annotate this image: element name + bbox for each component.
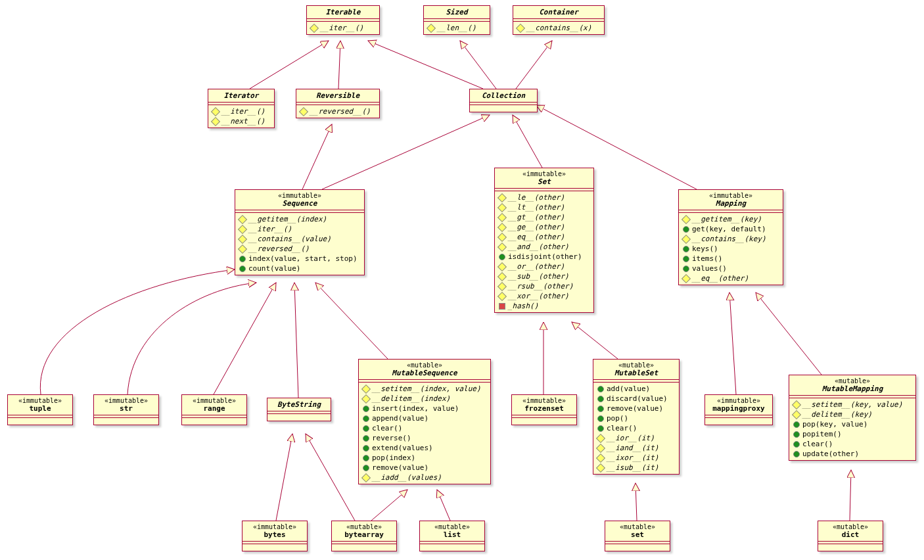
class-Iterable: Iterable__iter__() [306, 5, 380, 35]
class-name: Set [500, 177, 588, 186]
class-name: Container [519, 8, 599, 16]
con-icon [363, 425, 369, 432]
class-header: Container [513, 6, 604, 19]
class-header: «immutable»bytes [243, 521, 307, 542]
abs-icon [238, 245, 247, 254]
class-Collection: Collection [469, 89, 538, 112]
stereotype: «immutable» [13, 397, 67, 404]
class-header: «immutable»Sequence [235, 190, 364, 210]
method: __iter__() [311, 23, 375, 33]
inheritance-edge [40, 269, 235, 394]
method: __contains__(key) [683, 234, 779, 244]
class-header: Reversible [296, 89, 379, 103]
class-name: ByteString [273, 400, 325, 409]
method-signature: popitem() [802, 430, 842, 438]
inheritance-edge [756, 292, 821, 375]
abs-icon [238, 225, 247, 234]
class-header: «immutable»tuple [8, 395, 72, 415]
class-header: «mutable»set [605, 521, 670, 542]
class-header: «mutable»MutableMapping [789, 375, 915, 396]
con-icon [239, 256, 246, 262]
class-header: «immutable»Set [495, 168, 593, 189]
inheritance-edge [294, 283, 298, 398]
method-signature: _hash() [508, 302, 538, 310]
class-body: __le__(other)__lt__(other)__gt__(other)_… [495, 191, 593, 312]
method-signature: __iand__(it) [607, 444, 658, 452]
method: __reversed__() [300, 106, 375, 116]
method-signature: clear() [802, 440, 833, 448]
inheritance-edge [437, 490, 450, 521]
abs-icon [310, 24, 319, 33]
class-Mapping: «immutable»Mapping__getitem__(key)get(ke… [678, 189, 783, 285]
method-signature: values() [692, 264, 727, 273]
inheritance-edge [460, 41, 496, 89]
method-signature: __sub__(other) [508, 272, 569, 281]
method: clear() [363, 423, 486, 433]
method: __iadd__(values) [363, 473, 486, 482]
class-name: set [611, 530, 664, 539]
method-signature: clear() [372, 424, 402, 432]
class-body [818, 544, 883, 551]
method: __gt__(other) [499, 212, 589, 222]
method-signature: add(value) [607, 385, 650, 393]
class-header: «mutable»list [420, 521, 484, 542]
method-signature: remove(value) [607, 404, 663, 413]
inheritance-edge [338, 41, 340, 89]
abs-icon [497, 272, 507, 281]
class-header: «mutable»bytearray [332, 521, 396, 542]
inheritance-edge [635, 483, 637, 521]
method-signature: __len__() [437, 24, 476, 32]
method: __xor__(other) [499, 291, 589, 301]
method-signature: items() [692, 254, 722, 263]
stereotype: «mutable» [795, 377, 910, 385]
class-dict: «mutable»dict [818, 521, 883, 551]
method: __delitem__(key) [793, 409, 912, 419]
method-signature: __iter__() [221, 107, 265, 116]
class-header: «mutable»MutableSet [593, 360, 679, 380]
class-body: __reversed__() [296, 105, 379, 118]
method-signature: pop() [607, 414, 628, 423]
class-body [512, 418, 576, 425]
class-body [182, 418, 246, 425]
class-body [705, 418, 772, 425]
method-signature: keys() [692, 245, 718, 253]
con-icon [363, 435, 369, 442]
method: reverse() [363, 433, 486, 443]
class-header: ByteString [267, 398, 331, 411]
class-MutableMapping: «mutable»MutableMapping__setitem__(key, … [789, 375, 916, 461]
abs-icon [361, 385, 371, 394]
stereotype: «immutable» [710, 397, 767, 404]
method-signature: __rsub__(other) [508, 282, 573, 291]
inheritance-edge [513, 115, 542, 168]
method: remove(value) [363, 463, 486, 473]
inheritance-edge [306, 434, 355, 521]
method-signature: __iter__() [248, 225, 292, 233]
abs-icon [596, 434, 605, 443]
con-icon [793, 431, 800, 438]
method-signature: isdisjoint(other) [508, 252, 582, 261]
method: count(value) [239, 264, 360, 273]
class-Reversible: Reversible__reversed__() [296, 89, 380, 118]
con-icon [239, 266, 246, 272]
abs-icon [596, 454, 605, 463]
abs-icon [596, 463, 605, 473]
method: __delitem__(index) [363, 394, 486, 404]
method: pop(index) [363, 453, 486, 463]
class-body: __getitem__(key)get(key, default)__conta… [679, 213, 783, 285]
method-signature: __delitem__(index) [372, 394, 450, 403]
inheritance-edge [516, 41, 552, 89]
method: __reversed__() [239, 244, 360, 254]
abs-icon [516, 24, 525, 33]
inheritance-edge [729, 292, 736, 394]
stereotype: «mutable» [599, 362, 674, 369]
class-name: MutableMapping [795, 385, 910, 393]
class-name: list [425, 530, 479, 539]
class-body: __iter__()__next__() [208, 105, 274, 128]
class-name: frozenset [517, 404, 571, 413]
class-header: Sized [424, 6, 490, 19]
class-MutableSet: «mutable»MutableSetadd(value)discard(val… [593, 359, 680, 475]
method: clear() [597, 423, 675, 433]
method-signature: __contains__(value) [248, 235, 331, 243]
pri-icon [499, 303, 505, 310]
con-icon [683, 226, 689, 233]
